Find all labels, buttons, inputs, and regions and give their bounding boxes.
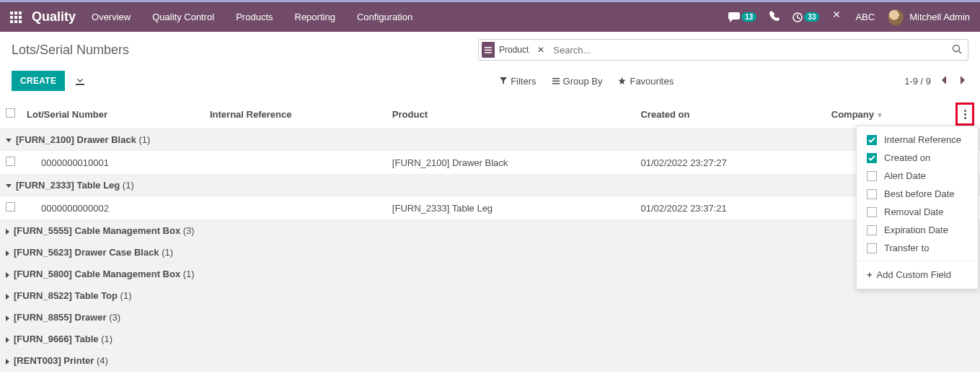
group-count: (3) [109,312,120,323]
menu-configuration[interactable]: Configuration [357,12,412,22]
group-count: (1) [139,134,151,145]
column-toggle-item[interactable]: Best before Date [857,185,978,203]
caret-down-icon [6,139,12,142]
cell-ref [204,196,387,220]
svg-rect-2 [19,12,22,14]
column-toggle-item[interactable]: Alert Date [857,167,978,185]
col-lot[interactable]: Lot/Serial Number [21,100,204,129]
svg-rect-3 [10,16,13,19]
col-product[interactable]: Product [387,100,635,129]
caret-right-icon [6,337,9,343]
add-custom-field-button[interactable]: + Add Custom Field [857,265,978,284]
optional-columns-button[interactable] [955,103,974,126]
group-count: (1) [120,290,132,301]
company-switcher[interactable]: ABC [855,12,875,22]
group-row[interactable]: [RENT003] Printer (4) [0,350,980,372]
group-row[interactable]: [FURN_5800] Cable Management Box (1) [0,263,980,285]
filters-button[interactable]: Filters [500,76,536,87]
table-row[interactable]: 0000000010001[FURN_2100] Drawer Black01/… [0,151,980,175]
group-label: [FURN_8522] Table Top [14,290,120,301]
group-row[interactable]: [FURN_8522] Table Top (1) [0,285,980,307]
group-label: [RENT003] Printer [14,355,97,366]
column-toggle-item[interactable]: Transfer to [857,239,978,257]
group-label: [FURN_5623] Drawer Case Black [14,247,162,258]
topbar-right: 13 33 ABC Mitchell Admin [728,9,970,25]
list-view: Lot/Serial Number Internal Reference Pro… [0,100,980,372]
row-checkbox[interactable] [6,202,15,212]
column-toggle-item[interactable]: Internal Reference [857,131,978,149]
checkbox-icon [867,189,877,199]
download-icon[interactable] [75,75,85,87]
page-title: Lots/Serial Numbers [12,43,129,58]
group-count: (1) [123,180,134,191]
app-name[interactable]: Quality [32,9,76,25]
checkbox-checked-icon [867,153,877,163]
group-row[interactable]: [FURN_5555] Cable Management Box (3) [0,220,980,242]
caret-right-icon [6,359,9,365]
column-toggle-item[interactable]: Created on [857,149,978,167]
checkbox-icon [867,207,877,217]
svg-rect-8 [19,20,22,23]
apps-icon[interactable] [10,12,22,23]
row-checkbox[interactable] [6,157,15,166]
facet-label: Product [495,45,533,55]
group-count: (1) [183,269,195,279]
group-row[interactable]: [FURN_5623] Drawer Case Black (1) [0,242,980,263]
cell-created: 01/02/2022 23:37:21 [635,196,825,220]
activities-badge: 33 [804,12,819,22]
main-menu: Overview Quality Control Products Report… [92,12,412,22]
svg-rect-10 [485,47,492,48]
col-company[interactable]: Company▼ [826,100,950,129]
column-toggle-label: Alert Date [884,170,926,181]
pager-value[interactable]: 1-9 / 9 [904,76,931,87]
caret-right-icon [6,251,9,256]
facet-remove-icon[interactable]: ✕ [533,45,549,55]
col-created[interactable]: Created on [635,100,825,129]
svg-rect-11 [485,50,492,51]
menu-products[interactable]: Products [236,12,273,22]
favourites-button[interactable]: Favourites [618,76,674,87]
group-label: [FURN_5800] Cable Management Box [14,269,183,279]
group-count: (1) [101,334,112,344]
phone-icon[interactable] [769,11,780,23]
pager-prev-icon[interactable] [938,73,950,90]
user-menu[interactable]: Mitchell Admin [888,9,970,25]
optional-columns-dropdown: Internal ReferenceCreated onAlert DateBe… [856,126,979,289]
column-toggle-item[interactable]: Removal Date [857,203,978,221]
select-all-checkbox[interactable] [6,108,15,118]
groupby-button[interactable]: Group By [552,76,603,87]
create-button[interactable]: CREATE [12,71,65,91]
search-bar[interactable]: Product ✕ [478,39,968,61]
cell-lot: 0000000000002 [21,196,204,220]
group-row[interactable]: [FURN_2333] Table Leg (1) [0,175,980,196]
user-name: Mitchell Admin [909,12,970,22]
activities-icon[interactable]: 33 [793,12,819,22]
svg-rect-7 [14,20,17,23]
menu-reporting[interactable]: Reporting [295,12,335,22]
search-icon[interactable] [946,44,968,56]
checkbox-icon [867,225,877,235]
column-toggle-item[interactable]: Expiration Date [857,221,978,239]
caret-right-icon [6,315,9,321]
group-label: [FURN_8855] Drawer [14,312,109,323]
cell-created: 01/02/2022 23:27:27 [635,151,825,175]
cell-lot: 0000000010001 [21,151,204,175]
group-row[interactable]: [FURN_2100] Drawer Black (1) [0,129,980,151]
search-input[interactable] [549,45,946,56]
debug-icon[interactable] [832,11,842,23]
pager-next-icon[interactable] [957,73,968,90]
col-ref[interactable]: Internal Reference [204,100,387,129]
table-row[interactable]: 0000000000002[FURN_2333] Table Leg01/02/… [0,196,980,220]
column-toggle-label: Expiration Date [884,225,948,235]
caret-down-icon [6,184,12,188]
group-row[interactable]: [FURN_8855] Drawer (3) [0,307,980,328]
menu-overview[interactable]: Overview [92,12,131,22]
group-row[interactable]: [FURN_9666] Table (1) [0,328,980,350]
menu-quality-control[interactable]: Quality Control [152,12,214,22]
svg-rect-16 [552,81,560,82]
messaging-icon[interactable]: 13 [728,12,756,22]
avatar [888,9,904,25]
column-toggle-label: Transfer to [884,243,929,253]
column-toggle-label: Best before Date [884,188,955,199]
sort-caret-icon: ▼ [876,111,883,119]
